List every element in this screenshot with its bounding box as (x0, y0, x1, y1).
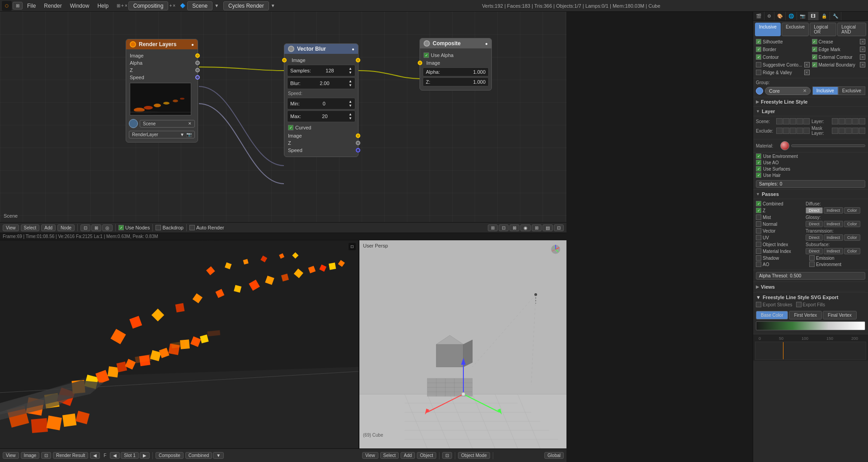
alpha-socket[interactable] (195, 61, 200, 65)
passes-header[interactable]: ▼ Passes (753, 190, 868, 199)
export-strokes-check[interactable] (756, 302, 761, 307)
vb-image-out-socket[interactable] (356, 58, 360, 62)
group-exclusive-tab[interactable]: Exclusive (838, 86, 865, 95)
scene-box-3[interactable] (790, 118, 796, 124)
use-hair-check[interactable] (756, 172, 761, 178)
node-btn[interactable]: Node (57, 224, 75, 231)
mat-color-btn[interactable]: Color (844, 248, 860, 254)
env-checkbox[interactable] (809, 262, 815, 267)
render-icon-btn[interactable]: ⊡ (41, 452, 51, 459)
exc-box-2[interactable] (783, 128, 789, 134)
mask-box-1[interactable] (832, 128, 838, 134)
mask-box-3[interactable] (845, 128, 852, 134)
normal-indirect-btn[interactable]: Indirect (824, 221, 844, 227)
shadow-checkbox[interactable] (756, 255, 761, 261)
freestyle-style-header[interactable]: ▶ Freestyle Line Style (753, 97, 868, 107)
panel-icon-7[interactable]: 🔒 (819, 12, 830, 20)
composite-menu[interactable]: ● (485, 41, 488, 46)
combined-arrow[interactable]: ▼ (213, 452, 224, 459)
inclusive-btn[interactable]: Inclusive (755, 23, 781, 36)
use-surfaces-check[interactable] (756, 166, 761, 171)
material-swatch[interactable] (780, 141, 789, 150)
compositing-mode[interactable]: Compositing (128, 1, 169, 10)
export-fills-check[interactable] (796, 302, 802, 307)
use-ao-check[interactable] (756, 160, 761, 165)
combined-select[interactable]: Combined (185, 452, 212, 459)
ao-checkbox[interactable] (756, 262, 761, 267)
icon-btn-2[interactable]: ⊡ (499, 224, 509, 231)
base-color-btn[interactable]: Base Color (756, 311, 788, 319)
layer-box-2[interactable] (839, 118, 845, 124)
object-mode-btn[interactable]: Object Mode (458, 452, 490, 459)
vp-prev-btn[interactable]: ◀ (90, 452, 100, 459)
mask-box-4[interactable] (852, 128, 859, 134)
window-menu[interactable]: Window (66, 2, 93, 10)
renderlayer-camera[interactable]: 📷 (186, 132, 192, 137)
use-env-check[interactable] (756, 153, 761, 159)
layer-box-4[interactable] (852, 118, 859, 124)
ridge-x[interactable] (804, 70, 810, 75)
scene-box-4[interactable] (797, 118, 803, 124)
suggestive-checkbox[interactable] (756, 62, 761, 67)
edge-mark-x[interactable] (860, 47, 865, 52)
vp-right-add-btn[interactable]: Add (401, 452, 415, 459)
layer-header[interactable]: ▼ Layer (753, 107, 868, 116)
min-down[interactable]: ▼ (349, 104, 352, 108)
panel-icon-1[interactable]: 🎬 (753, 12, 764, 20)
scene-selector[interactable]: Scene (187, 1, 212, 10)
uv-direct-btn[interactable]: Direct (806, 234, 823, 241)
panel-icon-8[interactable]: 🔧 (830, 12, 841, 20)
scene-close[interactable]: ✕ (188, 121, 192, 126)
slot-next-btn[interactable]: ▶ (140, 452, 150, 459)
comp-image-socket[interactable] (418, 61, 422, 65)
use-nodes-check[interactable] (118, 225, 124, 230)
maximize-btn[interactable]: ⊡ (349, 243, 356, 250)
blender-logo[interactable]: ⬡ (2, 1, 12, 11)
uv-color-btn[interactable]: Color (844, 234, 860, 241)
renderlayer-select[interactable]: RenderLayer ▼ 📷 (129, 131, 195, 138)
vp-right-object-btn[interactable]: Object (417, 452, 436, 459)
mask-box-2[interactable] (839, 128, 845, 134)
max-field[interactable]: Max: 20 ▲ ▼ (287, 110, 355, 122)
z-checkbox[interactable] (756, 208, 761, 213)
min-field[interactable]: Min: 0 ▲ ▼ (287, 98, 355, 110)
exc-box-5[interactable] (803, 128, 810, 134)
icon-btn-6[interactable]: ▤ (542, 224, 553, 231)
vp-right-icon1[interactable]: ⊡ (442, 452, 452, 459)
icon-btn-3[interactable]: ⊠ (509, 224, 519, 231)
render-layers-close[interactable]: ● (191, 42, 194, 47)
render-engine[interactable]: Cycles Render (223, 1, 269, 10)
silhouette-checkbox[interactable] (756, 39, 761, 44)
image-socket[interactable] (195, 53, 200, 58)
select-mode-btn[interactable]: ⊡ (80, 224, 90, 231)
vp-image-btn[interactable]: Image (21, 452, 40, 459)
logical-or-btn[interactable]: Logical OR (810, 23, 836, 36)
file-menu[interactable]: File (24, 2, 39, 10)
uv-indirect-btn[interactable]: Indirect (824, 234, 844, 241)
select-circle-btn[interactable]: ◎ (102, 224, 113, 231)
exc-box-4[interactable] (797, 128, 803, 134)
scene-box-1[interactable] (776, 118, 783, 124)
z-socket[interactable] (195, 68, 200, 72)
comp-z-field[interactable]: Z: 1.000 (423, 77, 489, 86)
scene-input[interactable]: Scene ✕ (140, 120, 195, 128)
vb-out-speed-socket[interactable] (356, 148, 360, 152)
emission-checkbox[interactable] (809, 255, 815, 261)
help-menu[interactable]: Help (94, 2, 112, 10)
panel-icon-2[interactable]: ⚙ (764, 12, 774, 20)
right-viewport[interactable]: User Persp (69) Cube (359, 240, 566, 448)
use-alpha-checkbox[interactable] (424, 52, 429, 58)
vb-out-image-socket[interactable] (356, 133, 360, 138)
panel-icon-5[interactable]: 📷 (797, 12, 808, 20)
comp-alpha-field[interactable]: Alpha: 1.000 (423, 67, 489, 76)
crease-checkbox[interactable] (812, 39, 817, 44)
icon-btn-1[interactable]: ⊞ (488, 224, 498, 231)
vb-image-in-socket[interactable] (282, 58, 287, 62)
panel-icon-3[interactable]: 🎨 (774, 12, 786, 20)
blur-down[interactable]: ▼ (349, 83, 352, 87)
samples-input[interactable]: Samples: 0 (756, 180, 865, 188)
z-indirect-btn[interactable]: Indirect (824, 207, 844, 214)
vp-view-btn[interactable]: View (3, 452, 19, 459)
mat-indirect-btn[interactable]: Indirect (824, 248, 844, 254)
mat-direct-btn[interactable]: Direct (806, 248, 823, 254)
